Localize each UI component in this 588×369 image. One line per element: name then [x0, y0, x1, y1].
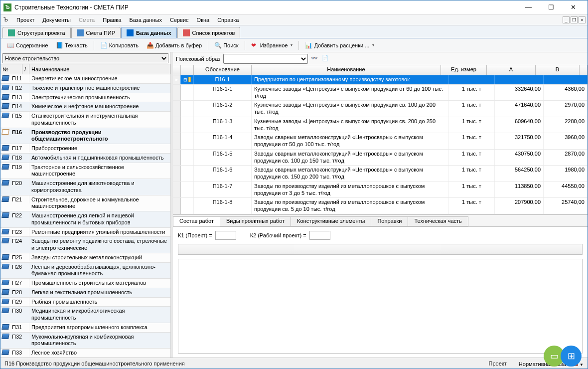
- left-row-П13[interactable]: П13Электротехническая промышленность: [0, 93, 170, 103]
- menu-окна[interactable]: Окна: [193, 15, 214, 24]
- left-row-П18[interactable]: П18Автомобильная и подшипниковая промышл…: [0, 154, 170, 163]
- detail-tab-2[interactable]: Конструктивные элементы: [291, 216, 371, 226]
- left-row-П21[interactable]: П21Строительное, дорожное и коммунальное…: [0, 195, 170, 212]
- grid-row[interactable]: П16-1-3Кузнечные заводы «Центрокузы» с в…: [173, 117, 588, 134]
- detail-tab-1[interactable]: Виды проектных работ: [220, 216, 291, 226]
- left-header-sort[interactable]: /: [22, 64, 29, 74]
- menu-проект[interactable]: Проект: [12, 15, 38, 24]
- doctab-база-данных[interactable]: База данных: [121, 27, 177, 38]
- book-icon: [1, 350, 9, 355]
- grid-row[interactable]: П16-1-8Заводы по производству изделий из…: [173, 198, 588, 214]
- list-icon: [183, 29, 190, 36]
- left-row-П26[interactable]: П26Лесная и деревообрабатывающая, целлюл…: [0, 263, 170, 279]
- mdi-restore-button[interactable]: ❐: [571, 16, 578, 23]
- left-row-П30[interactable]: П30Медицинская и микробиологическая пром…: [0, 307, 170, 323]
- status-project-label: Проект: [489, 361, 507, 367]
- toolbar-separator: [94, 41, 94, 50]
- left-row-П31[interactable]: П31Предприятия агропромышленного комплек…: [0, 323, 170, 333]
- grid-header-name[interactable]: Наименование: [252, 65, 441, 75]
- left-header-num[interactable]: №: [0, 64, 22, 74]
- left-row-П20[interactable]: П20Машиностроение для животноводства и к…: [0, 179, 170, 195]
- filter-clear-icon[interactable]: 📄: [322, 55, 330, 63]
- detail-tab-0[interactable]: Состав работ: [173, 216, 220, 226]
- toolbar-техчасть[interactable]: 📘Техчасть: [52, 40, 91, 51]
- menu-сервис[interactable]: Сервис: [166, 15, 193, 24]
- left-row-П29[interactable]: П29Рыбная промышленность: [0, 298, 170, 307]
- menu-справка[interactable]: Справка: [213, 15, 243, 24]
- left-row-П32[interactable]: П32Мукомольно-крупяная и комбикормовая п…: [0, 333, 170, 349]
- grid-icon: [77, 29, 84, 36]
- close-button[interactable]: ✕: [562, 2, 585, 13]
- left-header-name[interactable]: Наименование: [29, 64, 170, 74]
- mdi-minimize-button[interactable]: _: [563, 16, 570, 23]
- collapse-icon[interactable]: ⊟: [183, 77, 187, 82]
- menu-база данных[interactable]: База данных: [125, 15, 166, 24]
- maximize-button[interactable]: ☐: [540, 2, 562, 13]
- detail-tab-3[interactable]: Поправки: [371, 216, 408, 226]
- statusbar: П16 Производство продукции общемашиностр…: [0, 358, 588, 369]
- left-row-П33[interactable]: П33Лесное хозяйство: [0, 349, 170, 358]
- doctab-список-проектов[interactable]: Список проектов: [177, 27, 241, 38]
- k2-input[interactable]: [309, 231, 330, 240]
- construction-type-select[interactable]: Новое строительство: [2, 53, 168, 63]
- row-marker: ▸: [173, 75, 181, 84]
- minimize-button[interactable]: —: [517, 2, 540, 13]
- k1-input[interactable]: [215, 231, 236, 240]
- detail-textarea[interactable]: [178, 259, 583, 354]
- doctab-структура-проекта[interactable]: Структура проекта: [2, 27, 71, 38]
- book-icon: [1, 145, 9, 151]
- grid-row[interactable]: П16-1-5Заводы сварных металлоконструкций…: [173, 150, 588, 166]
- left-pane: Новое строительство № / Наименование П11…: [0, 52, 171, 358]
- grid-body[interactable]: ▸⊟П16-1Предприятия по централизованному …: [173, 75, 588, 214]
- k2-label: К2 (Рабочий проект) =: [250, 232, 306, 238]
- grid-header-ed[interactable]: Ед. измер: [441, 65, 487, 75]
- left-row-П17[interactable]: П17Приборостроение: [0, 144, 170, 154]
- toolbar-избранное[interactable]: ❤Избранное: [248, 40, 296, 51]
- detail-tab-4[interactable]: Техническая часть: [408, 216, 468, 226]
- toolbar-копировать[interactable]: 📄Копировать: [97, 40, 142, 51]
- left-row-П27[interactable]: П27Промышленность строительных материало…: [0, 279, 170, 288]
- book-icon: [1, 75, 9, 81]
- toolbar-separator: [245, 41, 245, 50]
- toolbar-добавить-в-буфер[interactable]: 📥Добавить в буфер: [143, 40, 205, 51]
- left-row-П28[interactable]: П28Легкая и текстильная промышленность: [0, 288, 170, 298]
- book-icon: [1, 334, 9, 339]
- left-row-П24[interactable]: П24Заводы по ремонту подвижного состава,…: [0, 237, 170, 253]
- toolbar-содержание[interactable]: 📖Содержание: [3, 40, 51, 51]
- left-row-П16[interactable]: П16Производство продукции общемашиностро…: [0, 128, 170, 145]
- left-list[interactable]: П11Энергетическое машиностроениеП12Тяжел…: [0, 74, 170, 358]
- titlebar: Ъ Строительные Технологии - СМЕТА ПИР — …: [0, 0, 588, 14]
- menu-документы[interactable]: Документы: [38, 15, 75, 24]
- left-row-П12[interactable]: П12Тяжелое и транспортное машиностроение: [0, 84, 170, 93]
- search-combo[interactable]: [223, 54, 308, 64]
- book-icon: [1, 324, 9, 330]
- doctab-смета-пир[interactable]: Смета ПИР: [71, 27, 121, 38]
- left-row-П25[interactable]: П25Заводы строительных металлоконструкци…: [0, 253, 170, 263]
- grid-row[interactable]: П16-1-7Заводы по производству изделий из…: [173, 182, 588, 198]
- left-row-П11[interactable]: П11Энергетическое машиностроение: [0, 74, 170, 84]
- left-row-П23[interactable]: П23Ремонтные предприятия угольной промыш…: [0, 228, 170, 237]
- left-row-П14[interactable]: П14Химическое и нефтяное машиностроение: [0, 102, 170, 112]
- left-row-П19[interactable]: П19Тракторное и сельскохозяйственное маш…: [0, 163, 170, 180]
- grid-header-b[interactable]: B: [536, 65, 580, 75]
- composition-listbox[interactable]: [178, 244, 583, 255]
- toolbar-поиск[interactable]: 🔍Поиск: [211, 40, 242, 51]
- grid-header-obos[interactable]: Обоснование: [194, 65, 252, 75]
- grid-header-a[interactable]: A: [487, 65, 536, 75]
- db-icon: [127, 29, 134, 36]
- book-icon: 📖: [7, 42, 14, 49]
- grid-row[interactable]: П16-1-2Кузнечные заводы «Центрокузы» с в…: [173, 101, 588, 117]
- toolbar-добавить-расценки-[interactable]: 📊Добавить расценки ...: [301, 40, 378, 51]
- grid-row[interactable]: П16-1-4Заводы сварных металлоконструкций…: [173, 133, 588, 150]
- binoculars-icon[interactable]: 👓: [311, 55, 319, 63]
- grid-row[interactable]: П16-1-6Заводы сварных металлоконструкций…: [173, 166, 588, 182]
- folder-icon: [188, 77, 191, 82]
- mdi-close-button[interactable]: ×: [579, 16, 586, 23]
- menu-правка[interactable]: Правка: [99, 15, 125, 24]
- left-row-П22[interactable]: П22Машиностроение для легкой и пищевой п…: [0, 211, 170, 228]
- grid-row[interactable]: ▸⊟П16-1Предприятия по централизованному …: [173, 75, 588, 85]
- doc-icon: 📘: [56, 42, 63, 49]
- grid-row[interactable]: П16-1-1Кузнечные заводы «Центрокузы» с в…: [173, 85, 588, 101]
- left-row-П15[interactable]: П15Станкостроительная и инструментальная…: [0, 112, 170, 128]
- toolbar: 📖Содержание📘Техчасть📄Копировать📥Добавить…: [0, 38, 588, 52]
